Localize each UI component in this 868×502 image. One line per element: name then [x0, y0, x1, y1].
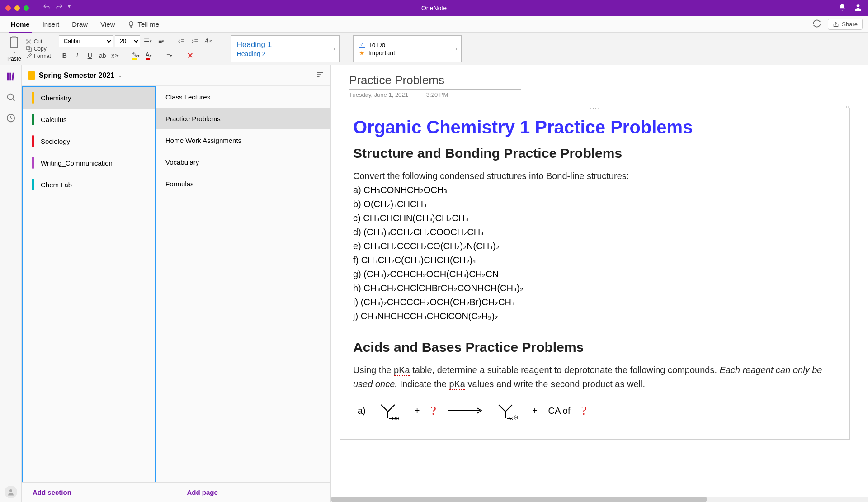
font-size-select[interactable]: 20: [115, 35, 140, 47]
tab-view[interactable]: View: [94, 16, 121, 33]
underline-button[interactable]: U: [84, 50, 96, 62]
numbered-list-button[interactable]: ≡ ▾: [156, 35, 167, 47]
notebook-picker[interactable]: Spring Semester 2021 ⌄: [22, 65, 330, 86]
unknown-reagent-icon: ?: [430, 403, 436, 418]
scrollbar-thumb[interactable]: [331, 497, 707, 502]
section-color-icon: [32, 135, 34, 147]
share-button[interactable]: Share: [828, 19, 863, 30]
problem-line[interactable]: d) (CH₃)₃CCH₂CH₂COOCH₂CH₃: [353, 225, 837, 239]
customize-qat-icon[interactable]: ▾: [68, 3, 71, 13]
page-item[interactable]: Formulas: [156, 173, 330, 194]
outdent-button[interactable]: [175, 35, 187, 47]
bold-button[interactable]: B: [59, 50, 71, 62]
pages-list: Class LecturesPractice ProblemsHome Work…: [156, 86, 330, 482]
problem-line[interactable]: i) (CH₃)₂CHCCCH₂OCH(CH₂Br)CH₂CH₃: [353, 295, 837, 309]
resize-handle-icon[interactable]: ↔: [845, 104, 850, 110]
sec1-intro[interactable]: Convert the following condensed structur…: [353, 169, 837, 183]
svg-text:−: −: [514, 415, 517, 420]
page-date: Tuesday, June 1, 2021: [349, 91, 408, 98]
svg-rect-1: [11, 37, 18, 48]
highlight-button[interactable]: ✎ ▾: [130, 50, 142, 62]
page-canvas[interactable]: Practice Problems Tuesday, June 1, 2021 …: [331, 65, 868, 502]
styles-gallery[interactable]: Heading 1 Heading 2 ›: [231, 35, 340, 62]
notebooks-icon[interactable]: [6, 71, 16, 81]
chevron-right-icon[interactable]: ›: [456, 46, 458, 52]
chevron-right-icon[interactable]: ›: [334, 46, 335, 52]
problem-line[interactable]: f) CH₃CH₂C(CH₃)CHCH(CH₂)₄: [353, 253, 837, 267]
svg-text:O: O: [509, 416, 514, 421]
scissors-icon: [26, 38, 32, 45]
tags-gallery[interactable]: ✓To Do ★Important ›: [353, 35, 462, 62]
search-icon[interactable]: [6, 92, 16, 102]
indent-button[interactable]: [189, 35, 201, 47]
copy-button[interactable]: Copy: [26, 46, 51, 52]
page-item[interactable]: Practice Problems: [156, 108, 330, 129]
tab-insert[interactable]: Insert: [36, 16, 66, 33]
section-item[interactable]: Calculus: [23, 109, 155, 130]
user-avatar[interactable]: [5, 486, 17, 498]
minimize-window-button[interactable]: [14, 5, 20, 11]
recent-icon[interactable]: [6, 113, 16, 123]
horizontal-scrollbar[interactable]: [331, 497, 868, 502]
account-icon[interactable]: [854, 3, 863, 14]
subscript-button[interactable]: x2 ▾: [109, 50, 121, 62]
bullet-list-button[interactable]: ☰ ▾: [142, 35, 154, 47]
note-container[interactable]: .... ↔ Organic Chemistry 1 Practice Prob…: [340, 108, 850, 440]
align-button[interactable]: ≡ ▾: [164, 50, 175, 62]
content-h2-acids[interactable]: Acids and Bases Practice Problems: [353, 340, 837, 355]
italic-button[interactable]: I: [71, 50, 83, 62]
svg-point-16: [9, 489, 12, 492]
add-page-button[interactable]: Add page: [176, 483, 331, 502]
section-item[interactable]: Chemistry: [23, 87, 155, 109]
notebook-title: Spring Semester 2021: [39, 71, 114, 80]
tab-home[interactable]: Home: [5, 16, 36, 33]
problem-line[interactable]: c) CH₃CHCHN(CH₃)CH₂CH₃: [353, 211, 837, 225]
delete-button[interactable]: ✕: [184, 50, 196, 62]
font-color-button[interactable]: A ▾: [143, 50, 155, 62]
drag-handle-icon[interactable]: ....: [590, 104, 599, 110]
reaction-a: a) OH + ? O− + CA of ?: [353, 400, 837, 421]
zoom-window-button[interactable]: [24, 5, 29, 11]
section-label: Chem Lab: [41, 181, 72, 189]
content-h1[interactable]: Organic Chemistry 1 Practice Problems: [353, 117, 837, 137]
page-item[interactable]: Home Work Assignments: [156, 129, 330, 151]
problem-line[interactable]: b) O(CH₂)₃CHCH₃: [353, 197, 837, 211]
paste-button[interactable]: ▾ Paste: [5, 34, 24, 63]
problem-line[interactable]: a) CH₃CONHCH₂OCH₃: [353, 183, 837, 197]
format-painter-button[interactable]: Format: [26, 53, 51, 59]
undo-icon[interactable]: [42, 3, 51, 13]
problem-line[interactable]: e) CH₃CH₂CCCH₂CO(CH₂)₂N(CH₃)₂: [353, 239, 837, 253]
checkbox-icon: ✓: [359, 42, 365, 48]
section-item[interactable]: Chem Lab: [23, 174, 155, 195]
sort-icon[interactable]: [316, 71, 324, 81]
strikethrough-button[interactable]: ab: [97, 50, 108, 62]
section-item[interactable]: Writing_Communication: [23, 152, 155, 174]
style-heading2[interactable]: Heading 2: [237, 50, 334, 57]
clear-formatting-button[interactable]: A✕: [203, 35, 214, 47]
sync-icon[interactable]: [812, 19, 821, 30]
problem-line[interactable]: j) CH₃NHCHCCH₃CHClCON(C₂H₅)₂: [353, 309, 837, 323]
sec2-paragraph[interactable]: Using the pKa table, determine a suitabl…: [353, 363, 837, 391]
sec1-items[interactable]: a) CH₃CONHCH₂OCH₃b) O(CH₂)₃CHCH₃c) CH₃CH…: [353, 183, 837, 323]
close-window-button[interactable]: [5, 5, 11, 11]
section-item[interactable]: Sociology: [23, 130, 155, 152]
notifications-icon[interactable]: [838, 3, 846, 13]
style-heading1[interactable]: Heading 1: [237, 40, 334, 49]
copy-icon: [26, 46, 32, 52]
tag-important[interactable]: ★Important: [359, 49, 456, 57]
add-section-button[interactable]: Add section: [22, 483, 176, 502]
page-title[interactable]: Practice Problems: [349, 73, 521, 90]
redo-icon[interactable]: [55, 3, 63, 13]
page-item[interactable]: Vocabulary: [156, 151, 330, 173]
content-h2-structure[interactable]: Structure and Bonding Practice Problems: [353, 146, 837, 161]
notebook-color-icon: [28, 71, 35, 80]
cut-button[interactable]: Cut: [26, 38, 51, 45]
font-name-select[interactable]: Calibri: [59, 35, 113, 47]
problem-line[interactable]: h) CH₃CH₂CHClCHBrCH₂CONHCH(CH₃)₂: [353, 281, 837, 295]
svg-rect-7: [7, 73, 9, 81]
tab-draw[interactable]: Draw: [66, 16, 94, 33]
problem-line[interactable]: g) (CH₃)₂CCHCH₂OCH(CH₃)CH₂CN: [353, 267, 837, 281]
page-item[interactable]: Class Lectures: [156, 86, 330, 108]
tab-tellme[interactable]: Tell me: [121, 16, 165, 33]
tag-todo[interactable]: ✓To Do: [359, 41, 456, 48]
